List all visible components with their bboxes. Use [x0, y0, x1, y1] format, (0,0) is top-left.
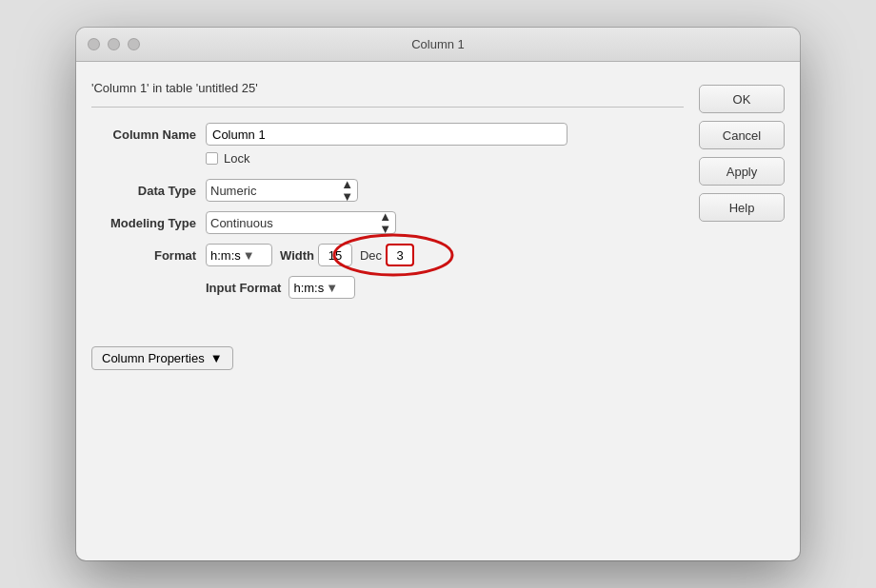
- dec-group: Dec: [360, 244, 414, 266]
- divider: [91, 107, 684, 108]
- width-group: Width: [280, 244, 352, 266]
- format-select[interactable]: h:m:s ▼: [206, 244, 272, 266]
- format-label: Format: [91, 248, 196, 263]
- main-content: 'Column 1' in table 'untitled 25' Column…: [91, 77, 684, 545]
- subtitle: 'Column 1' in table 'untitled 25': [91, 77, 684, 107]
- column-name-control-group: [206, 123, 684, 146]
- window-body: 'Column 1' in table 'untitled 25' Column…: [76, 62, 800, 560]
- help-button[interactable]: Help: [699, 193, 785, 222]
- lock-checkbox[interactable]: [206, 152, 218, 165]
- dec-input[interactable]: [386, 244, 414, 266]
- width-label: Width: [280, 248, 314, 263]
- width-input[interactable]: [318, 244, 352, 266]
- modeling-type-arrows: ▲ ▼: [379, 210, 391, 235]
- modeling-type-select[interactable]: Continuous ▲ ▼: [206, 211, 396, 234]
- column-properties-arrow: ▼: [210, 351, 223, 365]
- format-control-group: h:m:s ▼ Width Dec: [206, 244, 684, 266]
- input-format-row: Input Format h:m:s ▼: [91, 276, 684, 299]
- traffic-lights: [88, 38, 140, 50]
- form-rows: Column Name Lock Data Type Numeric: [91, 123, 684, 299]
- modeling-type-control-group: Continuous ▲ ▼: [206, 211, 684, 234]
- dec-label: Dec: [360, 248, 382, 263]
- format-dropdown-arrow: ▼: [243, 248, 255, 263]
- input-format-select[interactable]: h:m:s ▼: [289, 276, 355, 299]
- dialog-window: Column 1 'Column 1' in table 'untitled 2…: [76, 28, 800, 560]
- column-props-area: Column Properties ▼: [91, 327, 684, 370]
- column-properties-button[interactable]: Column Properties ▼: [91, 346, 233, 370]
- maximize-button[interactable]: [128, 38, 140, 50]
- cancel-button[interactable]: Cancel: [699, 121, 785, 149]
- column-properties-label: Column Properties: [102, 351, 205, 365]
- lock-label: Lock: [224, 151, 249, 166]
- apply-button[interactable]: Apply: [699, 157, 785, 186]
- column-name-input[interactable]: [206, 123, 567, 146]
- data-type-row: Data Type Numeric ▲ ▼: [91, 179, 684, 202]
- input-format-dropdown-arrow: ▼: [326, 281, 338, 295]
- sidebar-buttons: OK Cancel Apply Help: [699, 77, 785, 545]
- input-format-label: Input Format: [206, 281, 281, 295]
- format-value: h:m:s: [210, 248, 241, 263]
- data-type-select[interactable]: Numeric ▲ ▼: [206, 179, 358, 202]
- modeling-type-label: Modeling Type: [91, 216, 196, 230]
- close-button[interactable]: [88, 38, 100, 50]
- modeling-type-value: Continuous: [210, 216, 273, 230]
- input-format-value: h:m:s: [293, 281, 324, 295]
- column-name-row: Column Name: [91, 123, 684, 146]
- modeling-type-row: Modeling Type Continuous ▲ ▼: [91, 211, 684, 234]
- data-type-label: Data Type: [91, 184, 196, 198]
- ok-button[interactable]: OK: [699, 85, 785, 113]
- titlebar: Column 1: [76, 28, 800, 62]
- data-type-arrows: ▲ ▼: [341, 178, 353, 203]
- column-name-label: Column Name: [91, 127, 196, 142]
- data-type-control-group: Numeric ▲ ▼: [206, 179, 684, 202]
- minimize-button[interactable]: [108, 38, 120, 50]
- window-title: Column 1: [411, 37, 465, 51]
- lock-row: Lock: [206, 151, 684, 166]
- data-type-value: Numeric: [210, 184, 256, 198]
- format-row: Format h:m:s ▼ Width: [91, 244, 684, 266]
- input-format-control-group: Input Format h:m:s ▼: [206, 276, 684, 299]
